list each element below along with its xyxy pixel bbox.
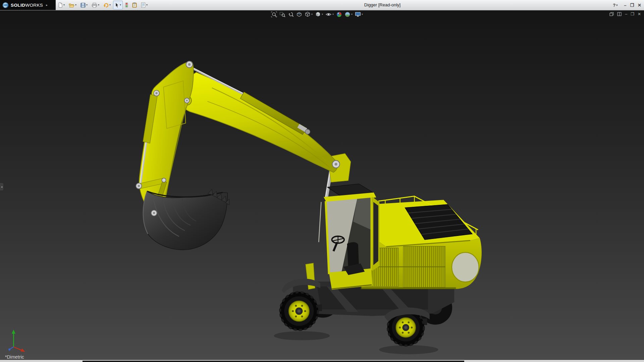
tile-windows-icon[interactable]	[617, 12, 622, 16]
dropdown-arrow-icon[interactable]: ▾	[332, 13, 334, 16]
open-button[interactable]: ▾	[67, 1, 78, 9]
dropdown-arrow-icon[interactable]: ▾	[75, 4, 76, 6]
eye-icon	[325, 11, 332, 17]
print-button[interactable]: ▾	[90, 1, 101, 9]
3ds-logo-icon	[2, 2, 9, 8]
window-title: Digger [Read-only]	[364, 0, 400, 10]
select-button[interactable]: ▾	[113, 1, 123, 9]
display-style-button[interactable]: ▾	[314, 11, 324, 18]
previous-view-button[interactable]	[287, 11, 294, 18]
file-properties-icon	[132, 2, 137, 8]
hide-show-items-button[interactable]: ▾	[325, 11, 334, 18]
select-cursor-icon	[115, 2, 119, 8]
doc-close-button[interactable]: ✕	[638, 12, 641, 16]
cascade-windows-icon[interactable]	[609, 12, 614, 16]
brand-text: SOLIDWORKS	[11, 3, 43, 8]
bottom-strip-dark-segment	[83, 361, 465, 362]
zoom-to-area-button[interactable]	[279, 11, 286, 18]
minimize-button[interactable]: –	[624, 3, 626, 7]
new-document-button[interactable]: ▾	[56, 1, 66, 9]
rebuild-stoplight-icon	[125, 2, 128, 8]
dropdown-arrow-icon[interactable]: ▾	[86, 4, 88, 6]
feature-manager-collapse-tab[interactable]: ◂	[0, 183, 3, 190]
solidworks-logo: SOLIDWORKS ▸	[0, 0, 56, 10]
help-button[interactable]: ? ▾	[613, 3, 618, 8]
scene-icon	[344, 11, 351, 17]
zoom-to-fit-icon	[271, 11, 277, 17]
dropdown-arrow-icon[interactable]: ▾	[120, 4, 121, 6]
apply-scene-button[interactable]: ▾	[344, 11, 353, 18]
view-settings-button[interactable]: ▾	[354, 11, 364, 17]
dropdown-arrow-icon[interactable]: ▾	[109, 4, 111, 6]
logo-expand-arrow-icon[interactable]: ▸	[46, 3, 48, 7]
restore-button[interactable]: ❐	[630, 3, 634, 7]
save-floppy-icon	[80, 3, 86, 8]
options-form-icon	[141, 2, 146, 8]
dropdown-arrow-icon[interactable]: ▾	[322, 13, 323, 16]
close-button[interactable]: ✕	[638, 3, 641, 7]
document-window-controls: – ❐ ✕	[609, 12, 641, 16]
save-button[interactable]: ▾	[79, 1, 89, 9]
bottom-strip	[0, 360, 644, 362]
main-toolbar: ▾ ▾ ▾ ▾	[56, 1, 149, 9]
file-properties-button[interactable]	[130, 1, 139, 9]
options-button[interactable]: ▾	[139, 1, 149, 9]
edit-appearance-button[interactable]	[335, 11, 343, 18]
doc-minimize-button[interactable]: –	[625, 12, 627, 16]
dropdown-arrow-icon[interactable]: ▾	[351, 13, 353, 16]
dropdown-arrow-icon[interactable]: ▾	[311, 13, 313, 16]
dropdown-arrow-icon[interactable]: ▾	[63, 4, 65, 6]
view-orientation-label: *Dimetric	[5, 354, 24, 360]
doc-restore-button[interactable]: ❐	[631, 12, 634, 16]
print-icon	[92, 3, 97, 8]
section-view-icon	[296, 11, 302, 17]
rebuild-button[interactable]	[123, 1, 130, 9]
graphics-area[interactable]	[0, 10, 644, 360]
view-orientation-button[interactable]: ▾	[304, 11, 313, 18]
dropdown-arrow-icon[interactable]: ▾	[362, 13, 363, 16]
new-document-icon	[58, 2, 63, 8]
open-folder-icon	[69, 3, 74, 8]
heads-up-view-toolbar: ▾ ▾ ▾ ▾	[270, 11, 364, 18]
previous-view-icon	[288, 11, 294, 17]
dropdown-arrow-icon[interactable]: ▾	[616, 4, 618, 7]
zoom-to-fit-button[interactable]	[270, 11, 278, 18]
view-settings-monitor-icon	[355, 12, 361, 17]
titlebar: SOLIDWORKS ▸ ▾ ▾ ▾	[0, 0, 644, 10]
undo-arrow-icon	[103, 3, 109, 8]
section-view-button[interactable]	[296, 11, 303, 18]
appearance-ball-icon	[336, 11, 342, 17]
app-window-controls: ? ▾ – ❐ ✕	[613, 0, 641, 10]
view-orientation-cube-icon	[305, 11, 311, 17]
undo-button[interactable]: ▾	[102, 1, 112, 9]
zoom-to-area-icon	[279, 11, 285, 17]
dropdown-arrow-icon[interactable]: ▾	[98, 4, 99, 6]
display-style-icon	[315, 11, 321, 17]
dropdown-arrow-icon[interactable]: ▾	[146, 4, 148, 6]
